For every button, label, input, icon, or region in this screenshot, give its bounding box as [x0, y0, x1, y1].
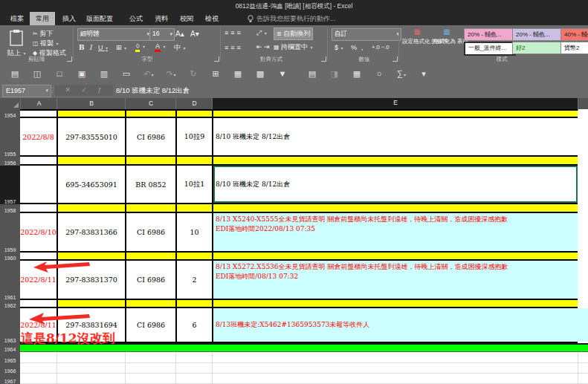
date-cell[interactable]: [20, 166, 56, 203]
empty-row[interactable]: [20, 363, 588, 374]
flight-cell[interactable]: BR 0852: [125, 166, 175, 203]
separator-cell[interactable]: [56, 253, 125, 259]
separator-cell[interactable]: [20, 204, 56, 212]
note-cell[interactable]: 8/13 X5272.X5536全未見貨請查明 關倉前盤櫃尚未托盤到遠雄，待晚上…: [212, 261, 578, 299]
font-name-combo[interactable]: 細明體▾: [77, 28, 152, 41]
font-size-combo[interactable]: 16▾: [149, 28, 175, 41]
print-preview-icon[interactable]: ▤: [7, 67, 22, 80]
table-grid-icon[interactable]: ▦: [230, 67, 245, 80]
autosum-icon[interactable]: ∑▾: [394, 67, 409, 80]
row-header-1963[interactable]: 1963: [0, 308, 20, 344]
clipboard-dialog-launcher[interactable]: [67, 56, 72, 62]
wrap-text-button[interactable]: ≣ 自動換列: [274, 27, 313, 40]
filter-icon[interactable]: ▼: [275, 67, 290, 80]
italic-button[interactable]: I: [89, 43, 92, 52]
awb-cell[interactable]: 695-34653091: [56, 166, 125, 203]
separator-cell[interactable]: [125, 204, 175, 212]
separator-cell[interactable]: [20, 253, 56, 259]
separator-cell[interactable]: [125, 157, 175, 164]
merge-center-button[interactable]: ▦ 跨欄置中 ▾: [274, 42, 313, 52]
save-as-icon[interactable]: ▥: [97, 67, 112, 80]
ribbon-tab-4[interactable]: 版面配置: [80, 12, 119, 25]
ribbon-tab-7[interactable]: 校閱: [174, 12, 199, 25]
open-folder-icon[interactable]: ▭: [119, 67, 134, 80]
grow-font-button[interactable]: A▴: [175, 30, 184, 39]
separator-cell[interactable]: [56, 300, 125, 307]
conditional-formatting-button[interactable]: ▦ 設定格式化 的條件: [402, 27, 432, 46]
ribbon-tab-8[interactable]: 檢視: [199, 12, 224, 25]
percent-button[interactable]: %: [351, 43, 357, 52]
shrink-font-button[interactable]: A▾: [190, 30, 199, 39]
orientation-button[interactable]: ⤢ ▾: [256, 28, 267, 38]
toolbar-overflow-icon[interactable]: ▾: [416, 67, 431, 80]
cell-format-icon[interactable]: ▦: [349, 67, 364, 80]
formula-buttons[interactable]: ✕ ✓ ƒ: [55, 85, 113, 96]
qty-cell[interactable]: 6: [175, 308, 212, 342]
cell-style-chip[interactable]: 一般_派件維...: [464, 42, 516, 56]
column-header-D[interactable]: D: [175, 98, 213, 109]
separator-cell[interactable]: [175, 253, 212, 259]
ribbon-tab-1[interactable]: 檔案: [4, 12, 30, 25]
separator-cell[interactable]: [175, 204, 212, 212]
separator-cell[interactable]: [125, 300, 175, 307]
alignment-dialog-launcher[interactable]: [321, 56, 326, 62]
font-dialog-launcher[interactable]: [214, 56, 219, 62]
cell-style-chip[interactable]: 20% - 輔色...: [512, 28, 563, 41]
separator-cell[interactable]: [125, 253, 175, 259]
tell-me-box[interactable]: 告訴我您想要執行的動作...: [256, 12, 336, 25]
qty-cell[interactable]: 10拉1: [175, 166, 212, 203]
borders-icon[interactable]: ⊞: [208, 67, 223, 80]
separator-cell[interactable]: [56, 157, 125, 164]
row-header-1961[interactable]: 1961: [0, 261, 20, 301]
select-all-corner[interactable]: [0, 98, 20, 109]
cell-style-chip[interactable]: 好2: [512, 42, 563, 54]
indent-buttons[interactable]: ⇤ ⇥: [256, 42, 270, 51]
row-header-1959[interactable]: 1959: [0, 213, 20, 253]
formula-content[interactable]: 8/10 班機未定 8/12出倉: [116, 85, 190, 97]
underline-button[interactable]: U ▾: [98, 43, 108, 53]
separator-cell[interactable]: [212, 111, 578, 117]
currency-button[interactable]: $ ▾: [335, 43, 343, 53]
copy-button[interactable]: ◫ 複製 ▾: [33, 39, 59, 48]
decimal-buttons[interactable]: +.0 −.0: [372, 43, 389, 52]
flight-cell[interactable]: CI 6986: [125, 213, 175, 251]
save-icon[interactable]: ▣: [74, 67, 89, 80]
separator-cell[interactable]: [20, 300, 56, 307]
separator-cell[interactable]: [212, 157, 578, 164]
row-header-1967[interactable]: 1967: [0, 374, 20, 384]
note-cell[interactable]: 8/10 班機未定 8/12出倉: [212, 118, 578, 155]
ribbon-tab-6[interactable]: 資料: [149, 12, 174, 25]
separator-cell[interactable]: [125, 111, 175, 117]
separator-cell[interactable]: [212, 300, 578, 307]
cell-style-chip[interactable]: 40% - 輔色...: [560, 28, 588, 41]
note-cell[interactable]: 8/13 X5240-X5555全未見貨請查明 關倉前盤櫃尚未托盤到遠雄，待晚上…: [212, 213, 578, 251]
separator-cell[interactable]: [212, 253, 578, 259]
column-header-partial[interactable]: [578, 98, 588, 109]
format-as-table-button[interactable]: ▦ 格式化為 表格: [433, 27, 460, 46]
date-cell[interactable]: 2022/8/8: [20, 118, 56, 155]
flight-cell[interactable]: CI 6986: [125, 308, 175, 342]
row-header-1965[interactable]: 1965: [0, 352, 20, 364]
empty-row[interactable]: [20, 374, 588, 384]
qty-cell[interactable]: 10: [175, 213, 212, 251]
row-header-1957[interactable]: 1957: [0, 166, 22, 205]
separator-cell[interactable]: [175, 111, 212, 117]
column-header-A[interactable]: A: [20, 98, 57, 109]
new-file-icon[interactable]: □: [52, 67, 67, 80]
separator-cell[interactable]: [20, 111, 56, 117]
date-cell[interactable]: 2022/8/10: [20, 213, 56, 251]
awb-cell[interactable]: 297-83831366: [56, 213, 125, 251]
column-header-B[interactable]: B: [56, 98, 126, 109]
paste-icon[interactable]: [9, 29, 24, 47]
cut-button[interactable]: ✂ 剪下: [33, 29, 53, 39]
horizontal-align-buttons[interactable]: ≡≡≡: [224, 43, 243, 52]
number-format-combo[interactable]: 自訂▾: [332, 28, 401, 41]
flight-cell[interactable]: CI 6986: [125, 118, 175, 155]
separator-cell[interactable]: [20, 157, 56, 164]
comma-style-button[interactable]: ,: [361, 43, 364, 52]
separator-cell[interactable]: [175, 157, 212, 164]
separator-cell[interactable]: [175, 300, 212, 307]
row-header-1966[interactable]: 1966: [0, 363, 20, 374]
name-box[interactable]: E1957▾: [2, 85, 51, 97]
ribbon-tab-3[interactable]: 插入: [56, 12, 82, 25]
